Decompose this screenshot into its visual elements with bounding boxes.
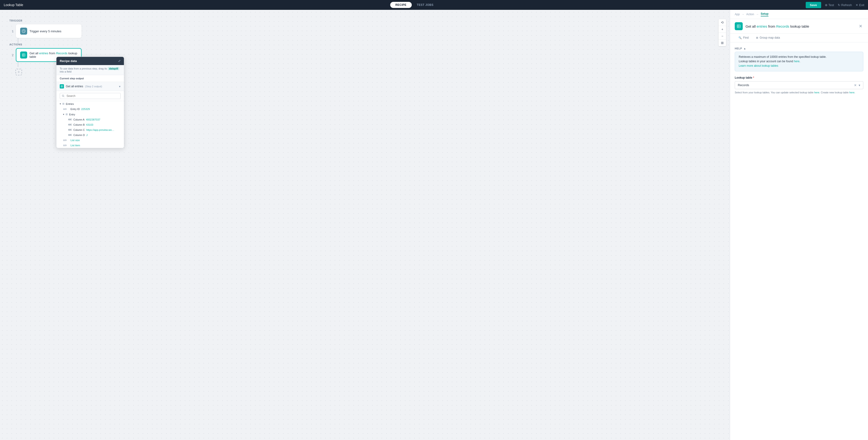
zoom-out-button[interactable]: − [719, 33, 726, 39]
close-icon: ✕ [856, 3, 858, 7]
rp-icon [735, 22, 743, 30]
expand-icon: ▾ [60, 103, 61, 105]
field-select[interactable]: Records ✕ ▾ [735, 81, 863, 89]
step-1-number: 1 [9, 30, 13, 33]
help-body: Retrieves a maximum of 10000 entries fro… [735, 52, 863, 71]
lookup-table-icon [20, 52, 27, 59]
rdp-dropdown-chevron: ▾ [119, 85, 121, 88]
group-icon: ⊞ [756, 36, 758, 39]
refresh-button[interactable]: ↻ Refresh [838, 3, 852, 7]
svg-rect-9 [737, 25, 740, 28]
rdp-header: Recipe data ⤢ [57, 57, 124, 65]
grid-icon: ⊞ [66, 113, 68, 116]
type-badge-abc: ABC [68, 134, 72, 136]
connector-1 [18, 38, 18, 43]
exit-button[interactable]: ✕ Exit [856, 3, 864, 7]
rp-title-link-entries[interactable]: entries [757, 24, 767, 28]
rp-title: Get all entries from Records lookup tabl… [745, 24, 855, 28]
field-select-value: Records [738, 83, 749, 87]
tree-item-list-item[interactable]: 123 List item [57, 143, 124, 148]
dropdown-icon[interactable]: ▾ [859, 83, 860, 87]
tree-item-value: 43103 [86, 123, 93, 126]
tree-item-column-d[interactable]: ABC Column D J [57, 132, 124, 138]
help-section: HELP ▲ Retrieves a maximum of 10000 entr… [735, 47, 863, 71]
rp-title-link-records[interactable]: Records [776, 24, 789, 28]
step-2-number: 2 [9, 54, 13, 57]
recipe-canvas: ⟲ + − ⊞ TRIGGER 1 Trigger every 5 minute… [0, 10, 730, 440]
zoom-in-button[interactable]: + [719, 26, 726, 33]
rdp-dropdown[interactable]: Get all entries (Step 2 output) ▾ [57, 82, 124, 91]
tab-recipe[interactable]: RECIPE [390, 2, 412, 8]
tab-group-map[interactable]: ⊞ Group map data [752, 34, 784, 42]
rdp-search [57, 91, 124, 101]
add-step-button[interactable]: + [16, 69, 22, 75]
breadcrumb-arrow-1: → [742, 13, 744, 16]
tree-item-column-b[interactable]: ABC Column B 43103 [57, 122, 124, 127]
tree-item-label: Entries [66, 103, 74, 105]
help-toggle[interactable]: HELP ▲ [735, 47, 863, 50]
right-panel: App → Action → Setup Get all entries fro… [730, 10, 868, 440]
step-1-text: Trigger every 5 minutes [30, 30, 61, 33]
tree-item-list-size[interactable]: 123 List size [57, 138, 124, 143]
hint-link-update[interactable]: here [814, 91, 819, 94]
tree-item-label: List size [70, 139, 80, 142]
tab-find[interactable]: 🔍 Find [735, 34, 752, 42]
type-badge-abc: ABC [68, 124, 72, 126]
type-badge-123: 123 [63, 108, 69, 110]
help-label: HELP [735, 47, 742, 50]
tree-item-label: Column D [73, 134, 85, 136]
datapill-label: datapill [108, 67, 120, 70]
type-badge-abc: ABC [68, 129, 72, 131]
zoom-fit-button[interactable]: ⊞ [719, 39, 726, 46]
type-badge-abc: ABC [68, 119, 72, 121]
step-1-box[interactable]: Trigger every 5 minutes [16, 24, 82, 38]
breadcrumb: App → Action → Setup [730, 10, 868, 19]
step-2-link-entries[interactable]: entries [39, 52, 48, 55]
rdp-expand-icon[interactable]: ⤢ [118, 59, 121, 63]
recipe-data-panel: Recipe data ⤢ To use data from a previou… [56, 57, 124, 148]
type-badge-123: 123 [63, 144, 69, 146]
tree-item-entry[interactable]: ▾ ⊞ Entry [57, 112, 124, 117]
breadcrumb-action[interactable]: Action [746, 13, 754, 16]
tab-test-jobs[interactable]: TEST JOBS [412, 2, 439, 8]
breadcrumb-app[interactable]: App [735, 13, 740, 16]
save-button[interactable]: Save [806, 2, 821, 8]
tree-item-entries[interactable]: ▾ ⊞ Entries [57, 101, 124, 106]
tree-item-label: Column A [73, 118, 85, 121]
rdp-title: Recipe data [60, 59, 77, 63]
field-label: Lookup table * [735, 76, 863, 79]
trigger-icon [20, 28, 27, 35]
hint-link-create[interactable]: here [849, 91, 855, 94]
zoom-reset-button[interactable]: ⟲ [719, 19, 726, 26]
svg-rect-5 [61, 86, 63, 87]
refresh-icon: ↻ [838, 3, 840, 7]
clear-icon[interactable]: ✕ [854, 83, 857, 87]
svg-rect-1 [22, 54, 25, 57]
step-2-link-records[interactable]: Records [56, 52, 67, 55]
search-icon: 🔍 [739, 36, 742, 39]
help-link-here[interactable]: here [794, 60, 800, 63]
help-link-learn-more[interactable]: Learn more about lookup tables [739, 64, 778, 67]
rp-content: HELP ▲ Retrieves a maximum of 10000 entr… [730, 42, 868, 440]
tree-item-label: Entry ID [70, 108, 80, 110]
app-title: Lookup Table [4, 3, 23, 7]
nav-actions: Save ⊕ Test ↻ Refresh ✕ Exit [806, 2, 864, 8]
tree-item-column-c[interactable]: ABC Column C https://app.preview.workato… [57, 127, 124, 132]
rp-close-button[interactable]: ✕ [858, 23, 863, 30]
required-indicator: * [753, 76, 754, 79]
main-layout: ⟲ + − ⊞ TRIGGER 1 Trigger every 5 minute… [0, 10, 868, 440]
top-nav: Lookup Table RECIPE TEST JOBS Save ⊕ Tes… [0, 0, 868, 10]
rdp-subheader: To use data from a previous step, drag i… [57, 65, 124, 75]
tree-item-column-a[interactable]: ABC Column A 4002387037 [57, 117, 124, 122]
expand-icon: ▾ [63, 113, 64, 115]
breadcrumb-setup[interactable]: Setup [761, 12, 769, 16]
tree-item-value: J [86, 134, 88, 136]
tree-item-entry-id[interactable]: 123 Entry ID 225329 [57, 106, 124, 112]
rdp-section-header: Current step output [57, 75, 124, 82]
chevron-up-icon: ▲ [743, 47, 746, 50]
test-button[interactable]: ⊕ Test [825, 3, 834, 7]
rdp-dropdown-sub: (Step 2 output) [85, 85, 102, 88]
search-input[interactable] [60, 93, 121, 99]
rdp-dropdown-label: Get all entries (Step 2 output) [60, 84, 102, 89]
trigger-label: TRIGGER [9, 19, 23, 22]
